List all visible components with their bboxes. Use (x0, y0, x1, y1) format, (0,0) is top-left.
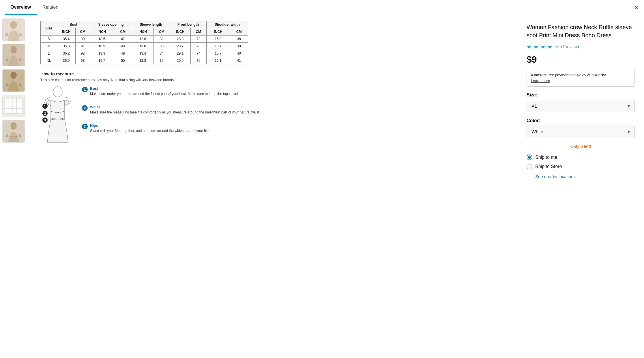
size-col-header: Size (41, 21, 57, 36)
svg-point-5 (10, 72, 16, 79)
measure-point-name[interactable]: Hips (90, 123, 98, 128)
ship-to-store-label: Ship to Store (535, 164, 562, 169)
ship-to-me-radio[interactable] (527, 154, 532, 160)
bust-header: Bust (57, 21, 90, 28)
star-3: ★ (540, 43, 546, 50)
price: $9 (527, 54, 635, 65)
measure-point: 1 Bust Make sure under your arms around … (82, 86, 260, 100)
ship-to-me-option[interactable]: Ship to me (527, 154, 635, 160)
tab-related[interactable]: Related (37, 1, 64, 15)
product-title: Women Fashion crew Neck Ruffle sleeve sp… (527, 23, 635, 39)
klarna-text: 4 interest-free payments of $2.25 with (531, 73, 594, 77)
page-container: Overview Related × (0, 0, 644, 358)
ship-to-store-radio[interactable] (527, 164, 532, 169)
right-panel: Women Fashion crew Neck Ruffle sleeve sp… (517, 15, 644, 358)
sleeve-length-header: Sleeve length (132, 21, 170, 28)
svg-point-1 (10, 21, 17, 29)
table-row: M 35.8 91 18.9 48 13.0 33 28.7 73 15.4 3… (41, 43, 248, 50)
sleeve-opening-header: Sleeve opening (90, 21, 132, 28)
measure-point-number: 1 (82, 87, 88, 92)
klarna-learn-more[interactable]: Learn more (531, 78, 630, 84)
review-link[interactable]: (1 review) (561, 44, 579, 49)
measure-point-name[interactable]: Bust (90, 86, 98, 91)
svg-point-18 (53, 87, 62, 97)
stars-row: ★ ★ ★ ★ ★ (1 review) (527, 43, 635, 50)
measure-point: 2 Waist Make sure the measuring tape fit… (82, 105, 260, 119)
svg-text:1: 1 (44, 105, 46, 108)
main-content: Size Bust Sleeve opening Sleeve length F… (0, 15, 644, 358)
measure-point-number: 2 (82, 105, 88, 111)
svg-point-3 (10, 46, 16, 53)
thumbnail-1[interactable] (2, 18, 25, 41)
size-chart-table: Size Bust Sleeve opening Sleeve length F… (40, 21, 248, 64)
stock-warning: Only 6 left! (527, 144, 635, 149)
svg-rect-16 (10, 136, 17, 137)
ship-to-me-label: Ship to me (535, 155, 557, 160)
star-4: ★ (547, 43, 553, 50)
color-select-wrapper: WhiteBlackBlue ▼ (527, 126, 635, 138)
center-content: Size Bust Sleeve opening Sleeve length F… (32, 15, 517, 358)
measure-point-desc: Make sure under your arms around the ful… (90, 91, 239, 96)
how-to-measure-title: How to measure (40, 71, 508, 76)
measure-diagram: 1 2 3 1 Bust Make sure un (40, 86, 508, 145)
star-1: ★ (527, 43, 532, 50)
size-select[interactable]: SMLXL (527, 100, 635, 112)
color-select[interactable]: WhiteBlackBlue (527, 126, 635, 138)
measure-point-number: 3 (82, 124, 88, 129)
klarna-brand: Klarna. (595, 73, 607, 77)
size-select-wrapper: SMLXL ▼ (527, 100, 635, 112)
measure-point: 3 Hips Stand with your feet together, an… (82, 123, 260, 137)
thumbnail-4[interactable] (2, 95, 25, 117)
ship-to-store-option[interactable]: Ship to Store (527, 164, 635, 169)
tab-bar: Overview Related × (0, 0, 644, 15)
klarna-box: 4 interest-free payments of $2.25 with K… (527, 69, 635, 87)
how-to-measure-section: How to measure This size chart is for re… (40, 71, 508, 145)
tab-overview[interactable]: Overview (5, 1, 37, 15)
thumbnail-5[interactable] (2, 120, 25, 143)
star-2: ★ (533, 43, 539, 50)
thumbnail-2[interactable] (2, 44, 25, 66)
color-label: Color: (527, 118, 635, 123)
svg-text:3: 3 (44, 118, 46, 122)
dress-diagram: 1 2 3 (40, 86, 75, 145)
how-to-measure-desc: This size chart is for reference purpose… (40, 78, 508, 82)
table-row: S 35.4 90 18.5 47 12.6 32 28.3 72 15.0 3… (41, 36, 248, 43)
front-length-header: Front Length (170, 21, 207, 28)
svg-point-15 (10, 122, 16, 130)
table-row: L 36.2 92 19.3 49 13.4 34 29.1 74 15.7 4… (41, 50, 248, 57)
svg-rect-17 (10, 138, 16, 139)
measure-point-name[interactable]: Waist (90, 105, 100, 109)
measure-point-desc: Stand with your feet together, and measu… (90, 128, 211, 133)
svg-rect-7 (5, 98, 22, 114)
ship-to-me-radio-inner (528, 156, 531, 159)
thumbnail-3[interactable] (2, 69, 25, 92)
close-button[interactable]: × (634, 4, 638, 11)
measure-point-desc: Make sure the measuring tape fits comfor… (90, 110, 260, 115)
thumbnails-panel (0, 15, 32, 358)
size-label: Size: (527, 92, 635, 98)
measure-points: 1 Bust Make sure under your arms around … (82, 86, 260, 137)
see-nearby-link[interactable]: See nearby locations (535, 174, 635, 179)
delivery-options: Ship to me Ship to Store See nearby loca… (527, 154, 635, 179)
star-5: ★ (554, 43, 559, 50)
shoulder-width-header: Shoulder width (206, 21, 248, 28)
table-row: XL 36.6 93 19.7 50 13.8 35 29.5 75 16.1 … (41, 57, 248, 64)
svg-text:2: 2 (44, 112, 46, 115)
